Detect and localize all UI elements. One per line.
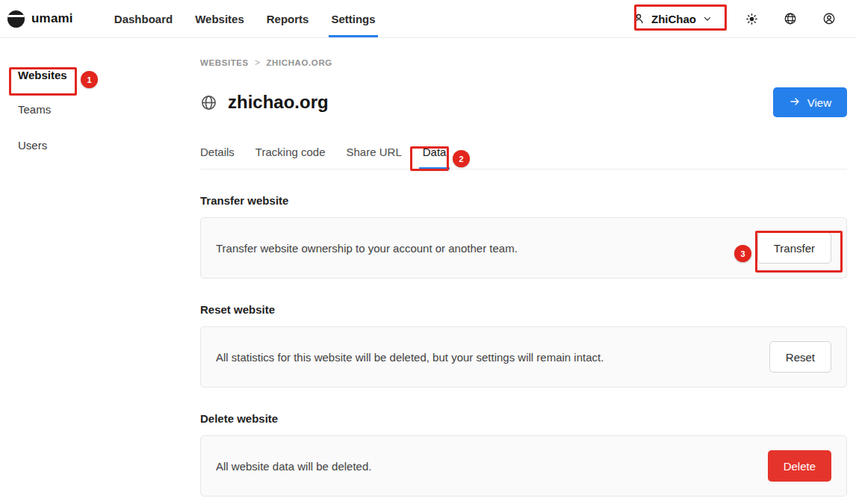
nav-item-reports[interactable]: Reports (255, 0, 320, 37)
brand[interactable]: umami (7, 0, 73, 37)
arrow-right-icon (789, 96, 801, 110)
umami-logo-icon (7, 10, 25, 28)
view-button[interactable]: View (773, 87, 847, 117)
user-menu-button[interactable]: ZhiChao (624, 7, 720, 30)
section-heading-delete: Delete website (200, 412, 847, 425)
sidebar-item-users[interactable]: Users (18, 138, 182, 152)
settings-sidebar: Websites Teams Users (0, 38, 200, 497)
nav-item-dashboard[interactable]: Dashboard (103, 0, 184, 37)
main-nav: Dashboard Websites Reports Settings (103, 0, 387, 37)
transfer-panel: Transfer website ownership to your accou… (200, 217, 847, 279)
reset-panel: All statistics for this website will be … (200, 326, 847, 388)
sidebar-item-websites[interactable]: Websites (18, 68, 182, 81)
brand-name: umami (31, 11, 73, 26)
delete-description: All website data will be deleted. (216, 460, 371, 473)
view-button-label: View (807, 96, 831, 109)
delete-button[interactable]: Delete (768, 450, 831, 482)
website-globe-icon (200, 94, 217, 111)
breadcrumb: WEBSITES > ZHICHAO.ORG (200, 57, 847, 68)
page-title: zhichao.org (228, 92, 329, 113)
theme-sun-icon (745, 13, 758, 25)
top-nav: umami Dashboard Websites Reports Setting… (0, 0, 856, 38)
transfer-description: Transfer website ownership to your accou… (216, 242, 518, 255)
profile-icon (822, 12, 836, 25)
language-globe-icon (784, 12, 797, 25)
sidebar-item-teams[interactable]: Teams (18, 102, 182, 116)
tab-bar: Details Tracking code Share URL Data (200, 146, 847, 169)
breadcrumb-current: ZHICHAO.ORG (266, 58, 332, 67)
theme-toggle-button[interactable] (745, 13, 758, 25)
tab-data[interactable]: Data (423, 146, 447, 169)
nav-item-websites[interactable]: Websites (184, 0, 255, 37)
tab-details[interactable]: Details (200, 146, 235, 169)
tab-share-url[interactable]: Share URL (347, 146, 402, 169)
user-name: ZhiChao (651, 13, 696, 25)
user-icon (632, 12, 645, 25)
language-button[interactable] (784, 12, 797, 25)
nav-right: ZhiChao (624, 0, 836, 37)
reset-description: All statistics for this website will be … (216, 351, 604, 364)
profile-button[interactable] (822, 12, 836, 25)
tab-tracking-code[interactable]: Tracking code (255, 146, 326, 169)
main-content: WEBSITES > ZHICHAO.ORG zhichao.org Vie (200, 38, 856, 497)
nav-item-settings[interactable]: Settings (320, 0, 386, 37)
breadcrumb-websites[interactable]: WEBSITES (200, 58, 249, 67)
transfer-button[interactable]: Transfer (757, 232, 831, 264)
delete-panel: All website data will be deleted. Delete (200, 435, 847, 497)
title-row: zhichao.org View (200, 87, 847, 118)
section-heading-reset: Reset website (200, 303, 847, 316)
page-layout: Websites Teams Users WEBSITES > ZHICHAO.… (0, 38, 856, 497)
section-heading-transfer: Transfer website (200, 194, 847, 207)
reset-button[interactable]: Reset (769, 341, 831, 373)
breadcrumb-separator: > (255, 57, 261, 68)
chevron-down-icon (702, 13, 713, 24)
